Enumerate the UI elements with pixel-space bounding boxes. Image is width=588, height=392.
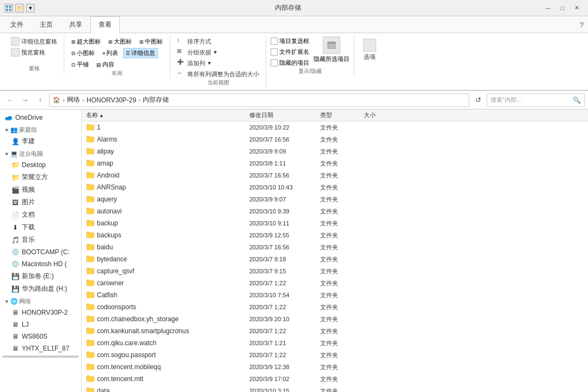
- maximize-button[interactable]: □: [555, 3, 569, 14]
- col-header-name[interactable]: 名称 ▲: [84, 111, 247, 119]
- sidebar-section-family: ▼ 👥 家庭组: [0, 124, 81, 135]
- table-row[interactable]: bytedance 2020/3/7 9:18 文件夹: [82, 253, 588, 265]
- address-bar: ← → ↑ 🏠 › 网络 › HONORV30P-29 › 内部存储 ↺ 搜索"…: [0, 91, 588, 109]
- table-row[interactable]: autonavi 2020/3/10 9:39 文件夹: [82, 205, 588, 217]
- add-column-btn[interactable]: ➕ 添加列 ▼: [175, 58, 261, 68]
- table-row[interactable]: Catfish 2020/3/10 7:54 文件夹: [82, 289, 588, 301]
- hide-selected-icon[interactable]: [323, 36, 340, 54]
- detail-btn[interactable]: ☰ 详细信息: [123, 48, 158, 58]
- col-header-date[interactable]: 修改日期: [247, 111, 318, 119]
- sidebar-item-bootcamp[interactable]: 💿 BOOTCAMP (C:: [0, 246, 81, 258]
- table-row[interactable]: com.tencent.mtt 2020/3/9 17:02 文件夹: [82, 373, 588, 385]
- network-computer-icon-4: 🖥: [11, 344, 20, 353]
- path-storage[interactable]: 内部存储: [143, 95, 169, 105]
- tab-file[interactable]: 文件: [2, 16, 32, 33]
- tab-view[interactable]: 查看: [90, 16, 120, 33]
- hidden-items-cb[interactable]: 隐藏的项目: [271, 58, 309, 68]
- file-name-text: backups: [97, 231, 121, 239]
- sidebar-item-honor-cube[interactable]: 📁 荣耀立方: [0, 171, 81, 183]
- file-name-text: data: [97, 387, 109, 392]
- tab-home[interactable]: 主页: [32, 16, 61, 33]
- file-name-text: com.chainedbox.yh_storage: [97, 315, 179, 323]
- sidebar-item-downloads[interactable]: ⬇ 下载: [0, 221, 81, 234]
- table-row[interactable]: Android 2020/3/7 16:56 文件夹: [82, 169, 588, 181]
- table-row[interactable]: com.tencent.mobileqq 2020/3/9 12:38 文件夹: [82, 361, 588, 373]
- table-row[interactable]: alipay 2020/3/9 9:09 文件夹: [82, 145, 588, 157]
- table-row[interactable]: codoonsports 2020/3/7 1:22 文件夹: [82, 301, 588, 313]
- folder-icon: [86, 158, 95, 169]
- content-btn[interactable]: ▤ 内容: [94, 59, 117, 70]
- refresh-button[interactable]: ↺: [471, 94, 485, 107]
- help-icon[interactable]: ?: [580, 21, 584, 29]
- file-name-text: alipay: [97, 148, 114, 155]
- up-button[interactable]: ↑: [34, 94, 47, 107]
- network-computer-icon-2: 🖥: [11, 320, 20, 329]
- tab-share[interactable]: 共享: [61, 16, 90, 33]
- sidebar-item-video[interactable]: 🎬 视频: [0, 183, 81, 196]
- file-type-cell: 文件夹: [318, 183, 362, 192]
- search-box[interactable]: 搜索"内部... 🔍: [487, 94, 585, 107]
- sidebar-item-music[interactable]: 🎵 音乐: [0, 234, 81, 246]
- file-ext-cb[interactable]: 文件扩展名: [271, 47, 309, 57]
- tile-btn[interactable]: ⊡ 平铺: [69, 59, 91, 70]
- medium-icon-btn[interactable]: ⊞ 中图标: [137, 36, 166, 47]
- table-row[interactable]: amap 2020/3/8 1:11 文件夹: [82, 157, 588, 169]
- table-row[interactable]: com.sogou.passport 2020/3/7 1:22 文件夹: [82, 349, 588, 361]
- back-button[interactable]: ←: [3, 94, 16, 107]
- file-date-cell: 2020/3/7 9:15: [247, 268, 318, 274]
- fit-columns-btn[interactable]: ↔ 将所有列调整为合适的大小: [175, 69, 261, 79]
- group-by-btn[interactable]: ⊞ 分组依据 ▼: [175, 47, 261, 57]
- options-btn[interactable]: 选项: [359, 36, 381, 63]
- extra-large-icon-btn[interactable]: ⊞ 超大图标: [69, 36, 103, 47]
- sidebar-item-yhtx[interactable]: 🖥 YHTX_EL1F_87: [0, 342, 81, 354]
- file-list[interactable]: 1 2020/3/9 10:22 文件夹 Alarms 2020/3/7 16:…: [82, 121, 588, 392]
- table-row[interactable]: carowner 2020/3/7 1:22 文件夹: [82, 277, 588, 289]
- sidebar-item-documents[interactable]: 📄 文档: [0, 209, 81, 221]
- sidebar-item-ws860s[interactable]: 🖥 WS860S: [0, 330, 81, 342]
- sidebar-item-new-volume[interactable]: 💾 新加卷 (E:): [0, 270, 81, 283]
- sidebar-item-desktop[interactable]: 📁 Desktop: [0, 159, 81, 171]
- sort-by-btn[interactable]: ↕ 排序方式: [175, 36, 261, 46]
- item-checkbox-cb[interactable]: 项目复选框: [271, 36, 309, 46]
- layout-row2: ⊟ 小图标 ≡ 列表 ☰ 详细信息: [69, 48, 166, 58]
- path-network[interactable]: 网络: [67, 95, 80, 105]
- file-name-cell: ANRSnap: [84, 182, 247, 193]
- table-row[interactable]: backups 2020/3/9 12:55 文件夹: [82, 229, 588, 241]
- col-header-size[interactable]: 大小: [362, 111, 405, 119]
- table-row[interactable]: 1 2020/3/9 10:22 文件夹: [82, 121, 588, 133]
- large-icon-btn[interactable]: ⊞ 大图标: [106, 36, 134, 47]
- ribbon-group-layout: ⊞ 超大图标 ⊞ 大图标 ⊞ 中图标 ⊟ 小图标: [64, 35, 170, 78]
- file-name-text: com.kankunait.smartplugcronus: [97, 327, 189, 335]
- file-name-cell: com.qiku.care.watch: [84, 338, 247, 348]
- table-row[interactable]: ANRSnap 2020/3/10 10:43 文件夹: [82, 181, 588, 193]
- sidebar-item-hua-router[interactable]: 💾 华为路由盘 (H:): [0, 283, 81, 295]
- file-type-cell: 文件夹: [318, 375, 362, 383]
- small-icon-btn[interactable]: ⊟ 小图标: [69, 48, 97, 58]
- sidebar-item-honorv30p[interactable]: 🖥 HONORV30P-2: [0, 307, 81, 318]
- table-row[interactable]: baidu 2020/3/7 16:56 文件夹: [82, 241, 588, 253]
- col-header-type[interactable]: 类型: [318, 111, 362, 119]
- minimize-button[interactable]: ─: [541, 3, 555, 14]
- table-row[interactable]: data 2020/3/10 3:15 文件夹: [82, 385, 588, 392]
- table-row[interactable]: com.kankunait.smartplugcronus 2020/3/7 1…: [82, 325, 588, 337]
- file-date-cell: 2020/3/9 12:55: [247, 232, 318, 238]
- path-device[interactable]: HONORV30P-29: [87, 96, 136, 104]
- table-row[interactable]: aquery 2020/3/9 9:07 文件夹: [82, 193, 588, 205]
- list-btn[interactable]: ≡ 列表: [100, 48, 121, 58]
- table-row[interactable]: capture_qsvf 2020/3/7 9:15 文件夹: [82, 265, 588, 277]
- preview-pane-btn[interactable]: 预览窗格: [9, 47, 59, 57]
- detail-info-pane-btn[interactable]: 详细信息窗格: [9, 36, 59, 46]
- forward-button[interactable]: →: [19, 94, 32, 107]
- table-row[interactable]: backup 2020/3/10 9:11 文件夹: [82, 217, 588, 229]
- table-row[interactable]: com.qiku.care.watch 2020/3/7 1:21 文件夹: [82, 337, 588, 349]
- sidebar-item-lijian[interactable]: 👤 李建: [0, 135, 81, 148]
- table-row[interactable]: com.chainedbox.yh_storage 2020/3/9 20:10…: [82, 313, 588, 325]
- table-row[interactable]: Alarms 2020/3/7 16:56 文件夹: [82, 133, 588, 145]
- address-path[interactable]: 🏠 › 网络 › HONORV30P-29 › 内部存储: [49, 94, 469, 107]
- title-controls: ─ □ ✕: [541, 3, 584, 14]
- sidebar-item-lj[interactable]: 🖥 LJ: [0, 318, 81, 330]
- close-button[interactable]: ✕: [569, 3, 584, 14]
- sidebar-item-macintosh[interactable]: 💿 Macintosh HD (: [0, 258, 81, 270]
- sidebar-item-pictures[interactable]: 🖼 图片: [0, 196, 81, 209]
- sidebar-item-onedrive[interactable]: OneDrive: [0, 112, 81, 124]
